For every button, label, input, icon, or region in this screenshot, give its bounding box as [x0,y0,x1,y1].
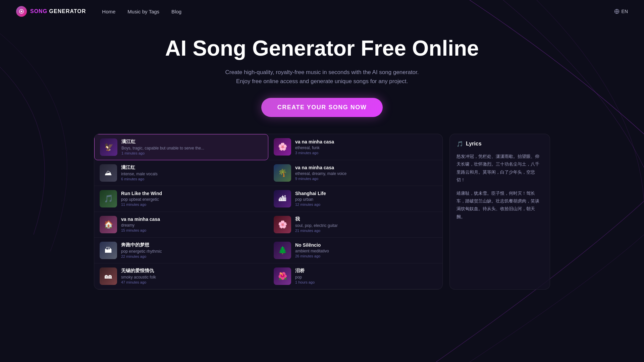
song-info: 奔跑中的梦想 pop energetic rhythmic 22 minutes… [121,242,263,258]
nav-links: Home Music by Tags Blog [102,9,181,14]
song-item[interactable]: 🏔 奔跑中的梦想 pop energetic rhythmic 22 minut… [94,238,268,263]
hero-title: AI Song Generator Free Online [7,36,637,61]
song-thumbnail: 🌸 [274,138,291,156]
song-tags: intense, male vocals [121,172,263,176]
song-item[interactable]: 🏙 Shanghai Life pop urban 12 minutes ago [268,186,442,212]
song-time: 9 minutes ago [295,177,437,181]
song-info: Run Like the Wind pop upbeat energetic 1… [121,191,263,206]
song-info: 我 soul, pop, electric guitar 21 minutes … [295,216,437,233]
content-area: 🦅 满江红 Boys, tragic, capable but unable t… [0,127,644,296]
song-time: 6 minutes ago [121,177,263,181]
song-title: 满江红 [121,165,263,171]
song-info: No Silêncio ambient meditativo 26 minute… [295,242,437,258]
song-tags: pop energetic rhythmic [121,249,263,254]
song-item[interactable]: 🌸 va na minha casa ethereal, funk 3 minu… [268,134,442,160]
nav-home[interactable]: Home [102,9,115,14]
song-time: 47 minutes ago [121,280,263,284]
song-thumbnail: 🌺 [274,267,291,285]
song-title: 无锡的爱恨情仇 [121,268,263,274]
song-info: 泪桥 pop 1 hours ago [295,268,437,284]
songs-grid: 🦅 满江红 Boys, tragic, capable but unable t… [94,134,442,289]
nav-music-by-tags[interactable]: Music by Tags [127,9,159,14]
lyrics-panel: 🎵 Lyrics 怒发冲冠，凭栏处、潇潇雨歇。抬望眼、仰天长啸，壮怀激烈。三十功… [449,134,550,290]
song-time: 1 minutes ago [121,151,263,155]
song-item[interactable]: ⛰ 满江红 intense, male vocals 6 minutes ago [94,160,268,186]
song-title: 我 [295,216,437,222]
song-title: 奔跑中的梦想 [121,242,263,248]
song-tags: ambient meditativo [295,249,437,253]
song-time: 1 hours ago [295,280,437,284]
song-tags: pop [295,275,437,280]
song-item[interactable]: 🌴 va na minha casa ethereal, dreamy, mal… [268,160,442,186]
hero-section: AI Song Generator Free Online Create hig… [0,23,644,124]
lyrics-title: Lyrics [466,141,482,147]
song-time: 3 minutes ago [295,151,437,155]
song-item[interactable]: 🏘 无锡的爱恨情仇 smoky acoustic folk 47 minutes… [94,263,268,289]
song-tags: pop upbeat energetic [121,197,263,202]
navbar-left: SONG GENERATOR Home Music by Tags Blog [16,6,181,17]
song-thumbnail: 🌴 [274,164,291,182]
song-title: va na minha casa [121,217,263,222]
song-info: va na minha casa ethereal, funk 3 minute… [295,139,437,155]
navbar: SONG GENERATOR Home Music by Tags Blog E… [0,0,644,23]
song-list-container: 🦅 满江红 Boys, tragic, capable but unable t… [94,134,443,290]
song-tags: soul, pop, electric guitar [295,223,437,228]
song-title: Shanghai Life [295,191,437,196]
music-note-icon: 🎵 [457,141,463,147]
song-tags: ethereal, funk [295,145,437,150]
song-thumbnail: 🏔 [100,242,117,259]
svg-point-1 [21,11,22,12]
logo[interactable]: SONG GENERATOR [16,6,86,17]
song-title: va na minha casa [295,139,437,144]
song-item[interactable]: 🌲 No Silêncio ambient meditativo 26 minu… [268,238,442,263]
song-tags: ethereal, dreamy, male voice [295,171,437,176]
logo-icon [16,6,27,17]
song-thumbnail: 🏙 [274,190,291,207]
song-title: 满江红 [121,139,263,145]
song-info: 无锡的爱恨情仇 smoky acoustic folk 47 minutes a… [121,268,263,284]
song-time: 11 minutes ago [121,202,263,206]
song-time: 12 minutes ago [295,202,437,206]
song-thumbnail: 🌸 [274,216,291,233]
nav-blog[interactable]: Blog [171,9,181,14]
lyrics-header: 🎵 Lyrics [457,141,543,147]
song-title: va na minha casa [295,165,437,170]
song-thumbnail: ⛰ [100,164,117,182]
song-thumbnail: 🦅 [100,138,117,156]
song-item[interactable]: 🏠 va na minha casa dreamy 15 minutes ago [94,212,268,238]
song-thumbnail: 🏘 [100,267,117,285]
song-time: 22 minutes ago [121,254,263,258]
hero-subtitle: Create high-quality, royalty-free music … [225,68,419,86]
create-song-button[interactable]: CREATE YOUR SONG NOW [261,98,383,117]
song-time: 21 minutes ago [295,229,437,233]
lang-selector[interactable]: EN [614,9,628,14]
song-item[interactable]: 🌸 我 soul, pop, electric guitar 21 minute… [268,212,442,238]
song-info: Shanghai Life pop urban 12 minutes ago [295,191,437,206]
song-info: 满江红 intense, male vocals 6 minutes ago [121,165,263,181]
song-time: 26 minutes ago [295,254,437,258]
lyrics-paragraph-2: 靖康耻，犹未雪。臣子恨，何时灭！驾长车，踏破贺兰山缺。壮志饥餐胡虏肉，笑谈渴饮匈… [457,189,543,221]
song-tags: smoky acoustic folk [121,275,263,280]
song-item[interactable]: 🦅 满江红 Boys, tragic, capable but unable t… [94,134,268,160]
lyrics-paragraph-1: 怒发冲冠，凭栏处、潇潇雨歇。抬望眼、仰天长啸，壮怀激烈。三十功名尘与土，八千里路… [457,153,543,184]
song-info: va na minha casa ethereal, dreamy, male … [295,165,437,181]
song-thumbnail: 🌲 [274,242,291,259]
lang-label: EN [622,9,628,14]
song-time: 15 minutes ago [121,228,263,232]
song-tags: pop urban [295,197,437,202]
song-info: 满江红 Boys, tragic, capable but unable to … [121,139,263,155]
song-thumbnail: 🎵 [100,190,117,207]
song-title: Run Like the Wind [121,191,263,196]
song-info: va na minha casa dreamy 15 minutes ago [121,217,263,232]
globe-icon [614,9,620,14]
song-item[interactable]: 🌺 泪桥 pop 1 hours ago [268,263,442,289]
song-title: No Silêncio [295,242,437,248]
logo-text: SONG GENERATOR [30,8,86,14]
lyrics-content: 怒发冲冠，凭栏处、潇潇雨歇。抬望眼、仰天长啸，壮怀激烈。三十功名尘与土，八千里路… [457,153,543,221]
song-tags: dreamy [121,223,263,228]
song-item[interactable]: 🎵 Run Like the Wind pop upbeat energetic… [94,186,268,212]
song-title: 泪桥 [295,268,437,274]
song-thumbnail: 🏠 [100,216,117,233]
song-tags: Boys, tragic, capable but unable to serv… [121,146,263,150]
